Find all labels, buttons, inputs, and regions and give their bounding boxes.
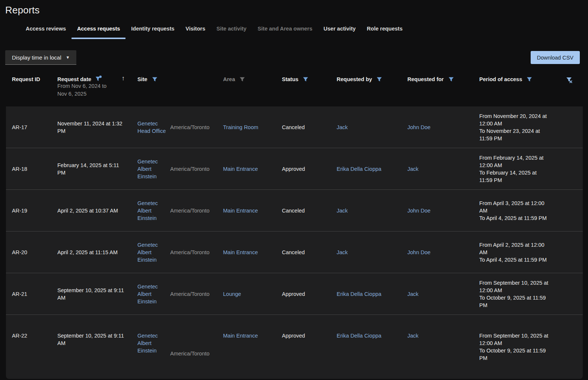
table-row: AR-21 September 10, 2025 at 9:11 AM Gene… [6,273,583,315]
status-cell: Approved [282,165,337,173]
clear-filters-icon[interactable] [566,77,572,83]
request-id-cell: AR-21 [6,290,57,298]
display-time-label: Display time in local [12,54,61,61]
site-link[interactable]: Genetec Albert Einstein [137,284,158,304]
table-body: AR-17 November 11, 2024 at 1:32 PM Genet… [6,106,583,379]
filter-icon [239,77,245,82]
timezone-cell: America/Toronto [170,249,223,256]
status-cell: Canceled [282,207,337,214]
filter-icon[interactable] [527,77,532,82]
header-period-of-access: Period of access [479,75,558,82]
display-time-dropdown[interactable]: Display time in local ▼ [5,50,76,65]
header-area: Area [223,75,282,82]
site-link[interactable]: Genetec Albert Einstein [137,242,158,263]
table-header-row: Request ID Request date ↑ From Nov 6, 20… [6,70,583,106]
area-link[interactable]: Main Entrance [223,333,258,339]
timezone-cell: America/Toronto [170,207,223,214]
table-row: AR-22 September 10, 2025 at 9:11 AM Gene… [6,315,583,379]
period-from: From November 20, 2024 at 12:00 AM [479,112,551,127]
period-to: To April 4, 2025 at 11:59 PM [479,214,551,222]
request-id-cell: AR-19 [6,207,57,214]
period-of-access-cell: From February 14, 2025 at 12:00 AM To Fe… [479,154,558,184]
status-cell: Canceled [282,124,337,131]
header-request-id: Request ID [6,75,57,82]
period-from: From April 2, 2025 at 12:00 AM [479,241,551,256]
caret-down-icon: ▼ [66,55,70,60]
requested-for-link[interactable]: John Doe [407,208,430,214]
period-to: To November 23, 2024 at 11:59 PM [479,127,551,142]
requested-for-link[interactable]: Jack [407,333,419,339]
requested-for-link[interactable]: Jack [407,291,419,297]
filter-icon[interactable] [448,77,454,82]
area-link[interactable]: Main Entrance [223,249,258,255]
filter-active-icon[interactable] [96,76,102,82]
period-of-access-cell: From April 3, 2025 at 12:00 AM To April … [479,199,558,222]
header-site: Site [137,75,170,82]
request-date-cell: November 11, 2024 at 1:32 PM [57,120,137,135]
request-date-range: From Nov 6, 2024 to Nov 6, 2025 [57,82,116,98]
request-id-cell: AR-22 [6,332,57,339]
requested-for-link[interactable]: Jack [407,166,419,172]
period-to: To February 14, 2025 at 11:59 PM [479,169,551,184]
area-link[interactable]: Training Room [223,124,258,130]
timezone-cell: America/Toronto [170,124,223,131]
period-from: From February 14, 2025 at 12:00 AM [479,154,551,169]
table-row: AR-17 November 11, 2024 at 1:32 PM Genet… [6,106,583,148]
tab-visitors[interactable]: Visitors [180,23,211,39]
period-from: From April 3, 2025 at 12:00 AM [479,199,551,214]
requested-by-link[interactable]: Jack [337,208,348,214]
toolbar: Display time in local ▼ Download CSV [5,50,580,65]
site-link[interactable]: Genetec Head Office [137,121,166,134]
status-cell: Approved [282,332,337,339]
access-requests-table: Request ID Request date ↑ From Nov 6, 20… [6,70,583,379]
requested-by-link[interactable]: Jack [337,124,348,130]
request-date-cell: February 14, 2025 at 5:11 PM [57,162,137,176]
tab-identity-requests[interactable]: Identity requests [125,23,180,39]
request-date-cell: September 10, 2025 at 9:11 AM [57,287,137,301]
timezone-cell: America/Toronto [170,165,223,173]
period-of-access-cell: From September 10, 2025 at 12:00 AM To O… [479,332,558,362]
request-date-cell: September 10, 2025 at 9:11 AM [57,332,137,347]
period-to: To April 4, 2025 at 11:59 PM [479,256,551,264]
request-date-cell: April 2, 2025 at 10:37 AM [57,207,137,214]
requested-by-link[interactable]: Erika Della Cioppa [337,291,381,297]
site-link[interactable]: Genetec Albert Einstein [137,333,158,354]
requested-by-link[interactable]: Jack [337,249,348,255]
period-from: From September 10, 2025 at 12:00 AM [479,279,551,294]
area-link[interactable]: Lounge [223,291,241,297]
period-to: To October 9, 2025 at 11:59 PM [479,294,551,309]
tab-role-requests[interactable]: Role requests [361,23,408,39]
period-to: To October 9, 2025 at 11:59 PM [479,347,551,362]
header-request-date: Request date [57,75,91,82]
request-id-cell: AR-17 [6,124,57,131]
requested-by-link[interactable]: Erika Della Cioppa [337,333,381,339]
tab-user-activity[interactable]: User activity [318,23,361,39]
status-cell: Approved [282,290,337,298]
filter-icon[interactable] [303,77,308,82]
request-id-cell: AR-18 [6,165,57,173]
header-request-date-group: Request date ↑ From Nov 6, 2024 to Nov 6… [57,75,137,98]
status-cell: Canceled [282,249,337,256]
site-link[interactable]: Genetec Albert Einstein [137,200,158,221]
request-id-cell: AR-20 [6,249,57,256]
period-from: From September 10, 2025 at 12:00 AM [479,332,551,347]
area-link[interactable]: Main Entrance [223,208,258,214]
tab-access-requests[interactable]: Access requests [71,23,125,39]
sort-ascending-icon[interactable]: ↑ [122,75,125,82]
header-status: Status [282,75,337,82]
tab-access-reviews[interactable]: Access reviews [20,23,71,39]
area-link[interactable]: Main Entrance [223,166,258,172]
requested-for-link[interactable]: John Doe [407,249,430,255]
requested-by-link[interactable]: Erika Della Cioppa [337,166,381,172]
filter-icon[interactable] [376,77,382,82]
timezone-cell: America/Toronto [170,350,223,357]
period-of-access-cell: From September 10, 2025 at 12:00 AM To O… [479,279,558,309]
table-row: AR-18 February 14, 2025 at 5:11 PM Genet… [6,148,583,190]
report-tabs: Access reviews Access requests Identity … [0,23,588,39]
header-requested-by: Requested by [337,75,407,82]
page-title: Reports [0,0,588,16]
requested-for-link[interactable]: John Doe [407,124,430,130]
filter-icon[interactable] [152,77,158,82]
site-link[interactable]: Genetec Albert Einstein [137,159,158,179]
download-csv-button[interactable]: Download CSV [531,51,580,64]
